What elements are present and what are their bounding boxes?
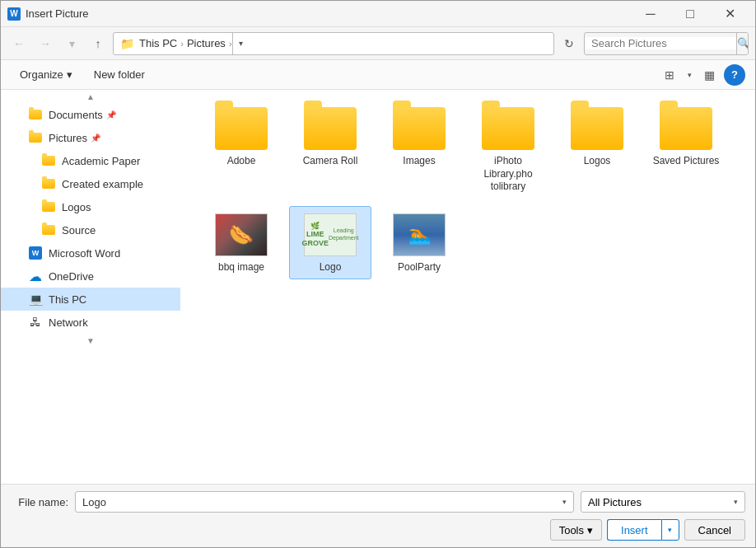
sidebar-item-academic[interactable]: Academic Paper [1, 149, 180, 172]
sidebar-item-logos[interactable]: Logos [1, 195, 180, 218]
sidebar-item-onedrive[interactable]: ☁ OneDrive [1, 265, 180, 288]
sidebar-documents-label: Documents [49, 109, 103, 121]
back-button[interactable]: ← [7, 32, 30, 55]
camera-roll-folder-icon [304, 105, 357, 152]
organize-button[interactable]: Organize ▾ [11, 64, 82, 86]
file-item-bbq[interactable]: bbq image [200, 206, 282, 280]
new-folder-label: New folder [94, 68, 145, 81]
search-input[interactable] [585, 37, 736, 49]
filename-row: File name: Logo ▾ All Pictures ▾ [11, 491, 745, 513]
dialog-title: Insert Picture [26, 7, 632, 20]
logos-folder-label: Logos [584, 155, 611, 168]
file-item-saved-pictures[interactable]: Saved Pictures [645, 100, 727, 199]
filetype-select[interactable]: All Pictures ▾ [581, 491, 745, 513]
images-label: Images [403, 155, 435, 168]
sidebar-logos-label: Logos [62, 201, 91, 213]
sidebar-created-label: Created example [62, 178, 143, 190]
images-folder-icon [393, 105, 446, 152]
sidebar-item-source[interactable]: Source [1, 218, 180, 241]
file-item-logos-folder[interactable]: Logos [556, 100, 638, 199]
maximize-button[interactable]: □ [671, 1, 709, 27]
filename-input[interactable]: Logo ▾ [75, 491, 574, 513]
pool-party-label: PoolParty [398, 261, 441, 274]
file-item-adobe[interactable]: Adobe [200, 100, 282, 199]
minimize-button[interactable]: ─ [632, 1, 670, 27]
sidebar-scroll: ▲ Documents 📌 Pictures 📌 [1, 90, 180, 484]
refresh-button[interactable]: ↻ [558, 32, 581, 55]
titlebar: W Insert Picture ─ □ ✕ [1, 1, 755, 27]
logo-label: Logo [320, 261, 342, 274]
pool-thumb [393, 212, 446, 258]
pictures-pin-icon: 📌 [91, 133, 100, 143]
breadcrumb: This PC › Pictures › [139, 37, 232, 49]
sidebar-item-msword[interactable]: W Microsoft Word [1, 241, 180, 265]
forward-button[interactable]: → [34, 32, 57, 55]
network-icon: 🖧 [27, 314, 44, 330]
bbq-label: bbq image [218, 261, 264, 274]
sidebar-pictures-label: Pictures [49, 132, 87, 144]
close-button[interactable]: ✕ [711, 1, 749, 27]
adobe-label: Adobe [227, 155, 256, 168]
folder-address-icon: 📁 [120, 37, 134, 50]
file-item-images[interactable]: Images [378, 100, 460, 199]
sidebar: ▲ Documents 📌 Pictures 📌 [1, 90, 190, 484]
content-area: ▲ Documents 📌 Pictures 📌 [1, 90, 755, 484]
view-icon-button[interactable]: ⊞ [658, 64, 681, 86]
file-item-iphoto[interactable]: iPhoto Library.pho tolibrary [467, 100, 549, 199]
organize-label: Organize [20, 68, 63, 81]
insert-dropdown-button[interactable]: ▾ [661, 519, 679, 541]
search-bar: 🔍 [584, 32, 749, 55]
scroll-up-arrow[interactable]: ▲ [1, 90, 180, 103]
iphoto-folder-icon [482, 105, 534, 152]
sidebar-item-pictures[interactable]: Pictures 📌 [1, 126, 180, 149]
sidebar-source-label: Source [62, 224, 96, 237]
sidebar-thispc-label: This PC [49, 293, 86, 306]
filename-value: Logo [82, 496, 106, 508]
academic-folder-icon [40, 152, 57, 169]
up-button[interactable]: ↑ [86, 32, 110, 55]
file-item-pool-party[interactable]: PoolParty [378, 206, 460, 280]
dropdown-nav-button[interactable]: ▾ [60, 32, 83, 55]
filename-dropdown-icon: ▾ [562, 498, 567, 506]
documents-folder-icon [27, 106, 44, 123]
sidebar-item-documents[interactable]: Documents 📌 [1, 103, 180, 126]
file-item-logo[interactable]: 🌿 LIME GROVELeading Department Logo [289, 206, 371, 280]
bbq-thumb [215, 212, 268, 258]
action-bar: Organize ▾ New folder ⊞ ▾ ▦ ? [1, 60, 755, 90]
word-icon: W [7, 7, 21, 21]
new-folder-button[interactable]: New folder [85, 64, 154, 86]
sidebar-academic-label: Academic Paper [62, 155, 140, 167]
address-dropdown-button[interactable]: ▾ [232, 32, 249, 55]
view-controls: ⊞ ▾ ▦ [658, 64, 721, 86]
logos-folder-icon [40, 199, 57, 215]
file-item-camera-roll[interactable]: Camera Roll [289, 100, 371, 199]
pictures-folder-icon [27, 129, 44, 146]
iphoto-label: iPhoto Library.pho tolibrary [471, 155, 545, 194]
sidebar-network-label: Network [49, 316, 88, 329]
filetype-value: All Pictures [588, 496, 642, 508]
filetype-dropdown-icon: ▾ [734, 498, 738, 506]
logo-thumb: 🌿 LIME GROVELeading Department [304, 212, 357, 258]
breadcrumb-pictures[interactable]: Pictures [187, 37, 226, 49]
scroll-down-arrow[interactable]: ▼ [1, 334, 180, 347]
sidebar-item-thispc[interactable]: 💻 This PC [1, 288, 180, 311]
insert-button[interactable]: Insert [607, 519, 661, 541]
filename-label: File name: [11, 496, 68, 508]
address-toolbar: ← → ▾ ↑ 📁 This PC › Pictures › ▾ ↻ 🔍 [1, 27, 755, 60]
view-dropdown-button[interactable]: ▾ [683, 64, 696, 86]
help-button[interactable]: ? [724, 64, 745, 86]
layout-button[interactable]: ▦ [698, 64, 721, 86]
insert-button-group: Insert ▾ [607, 519, 679, 541]
tools-button[interactable]: Tools ▾ [550, 519, 602, 541]
sidebar-item-network[interactable]: 🖧 Network [1, 311, 180, 334]
organize-dropdown-icon: ▾ [67, 68, 72, 81]
buttons-row: Tools ▾ Insert ▾ Cancel [11, 519, 745, 541]
address-bar[interactable]: 📁 This PC › Pictures › ▾ [113, 32, 554, 55]
breadcrumb-thispc[interactable]: This PC [139, 37, 177, 49]
thispc-icon: 💻 [27, 291, 44, 307]
sidebar-item-created[interactable]: Created example [1, 172, 180, 195]
onedrive-icon: ☁ [27, 268, 44, 284]
camera-roll-label: Camera Roll [303, 155, 358, 168]
cancel-button[interactable]: Cancel [684, 519, 745, 541]
search-button[interactable]: 🔍 [736, 32, 749, 55]
